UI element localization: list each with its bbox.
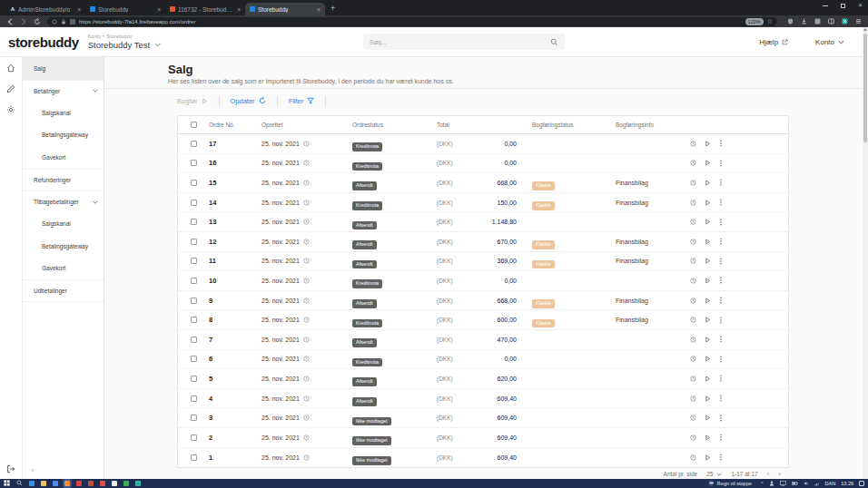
row-checkbox[interactable] xyxy=(191,180,197,186)
opdater-button[interactable]: Opdater xyxy=(220,97,277,105)
logout-icon[interactable] xyxy=(6,464,15,473)
taskbar-app-icon-firefox[interactable] xyxy=(64,481,70,486)
zoom-level-badge[interactable]: 120% xyxy=(745,18,764,25)
tab-close-icon[interactable]: × xyxy=(317,6,321,13)
table-row[interactable]: 1625. nov. 2021Kreditnota(DKK)0,00 xyxy=(178,154,788,174)
select-all-checkbox[interactable] xyxy=(191,122,197,128)
bogfor-button[interactable]: Bogfør xyxy=(177,97,219,105)
history-icon[interactable] xyxy=(690,356,696,362)
tray-battery-icon[interactable] xyxy=(792,481,798,486)
kebab-menu-icon[interactable] xyxy=(719,454,723,461)
row-checkbox[interactable] xyxy=(191,278,197,284)
tab-close-icon[interactable]: × xyxy=(77,6,81,13)
kebab-menu-icon[interactable] xyxy=(719,277,723,284)
table-row[interactable]: 1125. nov. 2021Afsendt(DKK)369,00KladdeF… xyxy=(178,252,788,272)
shield-extension-icon[interactable] xyxy=(787,18,794,24)
pen-icon[interactable] xyxy=(6,84,15,93)
gear-icon[interactable] xyxy=(6,105,15,114)
history-icon[interactable] xyxy=(690,239,696,245)
window-close-button[interactable]: × xyxy=(858,2,863,9)
account-switcher[interactable]: Konto > Storebuddy Storebuddy Test xyxy=(88,34,161,50)
kebab-menu-icon[interactable] xyxy=(719,238,723,245)
taskbar-app-icon-app-green[interactable] xyxy=(123,481,129,486)
kebab-menu-icon[interactable] xyxy=(719,219,723,226)
window-minimize-button[interactable] xyxy=(823,5,828,6)
row-checkbox[interactable] xyxy=(191,454,197,461)
sidebar-item-salgskanal[interactable]: Salgskanal xyxy=(23,102,104,124)
linkedin-extension-icon[interactable] xyxy=(814,18,821,24)
row-checkbox[interactable] xyxy=(191,200,197,206)
kebab-menu-icon[interactable] xyxy=(719,336,723,343)
history-icon[interactable] xyxy=(690,180,696,186)
sidebar-item-gavekort[interactable]: Gavekort xyxy=(23,258,104,280)
row-checkbox[interactable] xyxy=(191,337,197,343)
row-checkbox[interactable] xyxy=(191,317,197,323)
history-icon[interactable] xyxy=(690,454,696,461)
taskbar-app-icon-chrome[interactable] xyxy=(53,481,58,486)
kebab-menu-icon[interactable] xyxy=(719,434,723,441)
table-row[interactable]: 225. nov. 2021Ikke modtaget(DKK)609,40 xyxy=(178,428,788,448)
run-play-icon[interactable] xyxy=(705,258,711,264)
history-icon[interactable] xyxy=(690,317,696,323)
keyboard-language[interactable]: DAN xyxy=(825,481,836,486)
row-checkbox[interactable] xyxy=(191,395,197,402)
run-play-icon[interactable] xyxy=(705,454,711,461)
run-play-icon[interactable] xyxy=(705,317,711,323)
kebab-menu-icon[interactable] xyxy=(719,395,723,402)
history-icon[interactable] xyxy=(690,337,696,343)
run-play-icon[interactable] xyxy=(705,141,711,147)
run-play-icon[interactable] xyxy=(705,180,711,186)
url-bar[interactable]: https://storebuddy-7fa14.firebaseapp.com… xyxy=(47,17,777,26)
row-checkbox[interactable] xyxy=(191,258,197,264)
kebab-menu-icon[interactable] xyxy=(719,199,723,206)
teal-extension-icon[interactable] xyxy=(842,18,848,24)
history-icon[interactable] xyxy=(690,376,696,382)
start-button-icon[interactable] xyxy=(4,480,10,486)
search-input[interactable] xyxy=(370,39,550,45)
table-row[interactable]: 1425. nov. 2021Kreditnota(DKK)150,00Klad… xyxy=(178,193,788,213)
history-icon[interactable] xyxy=(690,219,696,225)
per-page-select[interactable]: 25 xyxy=(706,471,722,477)
run-play-icon[interactable] xyxy=(705,160,711,166)
kebab-menu-icon[interactable] xyxy=(719,375,723,382)
clock[interactable]: 13.26 xyxy=(841,481,853,486)
back-icon[interactable] xyxy=(6,18,14,25)
scrollbar-thumb[interactable] xyxy=(863,34,867,142)
kebab-menu-icon[interactable] xyxy=(719,140,723,147)
run-play-icon[interactable] xyxy=(705,337,711,343)
table-row[interactable]: 1725. nov. 2021Kreditnota(DKK)0,00 xyxy=(178,134,788,154)
browser-tab[interactable]: 116732 - Storebuddy Test (M...× xyxy=(165,3,245,15)
sidebar-collapse-button[interactable]: ‹ xyxy=(32,467,34,473)
run-play-icon[interactable] xyxy=(705,434,711,441)
kebab-menu-icon[interactable] xyxy=(719,160,723,167)
tab-close-icon[interactable]: × xyxy=(237,6,241,13)
table-row[interactable]: 1525. nov. 2021Afsendt(DKK)668,00KladdeF… xyxy=(178,173,788,193)
weather-widget[interactable]: Regn vil stoppe xyxy=(705,479,755,488)
download-icon[interactable] xyxy=(801,18,807,24)
kebab-menu-icon[interactable] xyxy=(719,356,723,363)
run-play-icon[interactable] xyxy=(705,200,711,206)
kebab-menu-icon[interactable] xyxy=(719,297,723,304)
search-icon[interactable] xyxy=(550,38,558,46)
run-play-icon[interactable] xyxy=(705,239,711,245)
sidebar-item-salg[interactable]: Salg xyxy=(23,57,104,80)
bookmark-star-icon[interactable]: ☆ xyxy=(767,18,773,24)
taskbar-app-icon-app-maroon[interactable] xyxy=(88,481,94,486)
row-checkbox[interactable] xyxy=(191,160,197,166)
kebab-menu-icon[interactable] xyxy=(719,258,723,265)
sidebar-item-betalingsgateway[interactable]: Betalingsgateway xyxy=(23,235,104,258)
forward-icon[interactable] xyxy=(20,18,27,25)
home-icon[interactable] xyxy=(6,63,15,73)
row-checkbox[interactable] xyxy=(191,239,197,245)
new-tab-button[interactable]: + xyxy=(330,4,335,13)
table-row[interactable]: 925. nov. 2021Afsendt(DKK)668,00KladdeFi… xyxy=(178,291,788,311)
browser-menu-icon[interactable] xyxy=(855,18,862,24)
tray-display-icon[interactable] xyxy=(780,481,786,486)
site-info-icon[interactable] xyxy=(52,19,57,24)
table-row[interactable]: 525. nov. 2021Afsendt(DKK)620,00 xyxy=(178,369,788,389)
sidebar-item-udbetalinger[interactable]: Udbetalinger xyxy=(23,279,104,302)
window-maximize-button[interactable] xyxy=(841,4,845,8)
history-icon[interactable] xyxy=(690,278,696,284)
konto-menu[interactable]: Konto xyxy=(815,38,844,46)
history-icon[interactable] xyxy=(690,395,696,402)
